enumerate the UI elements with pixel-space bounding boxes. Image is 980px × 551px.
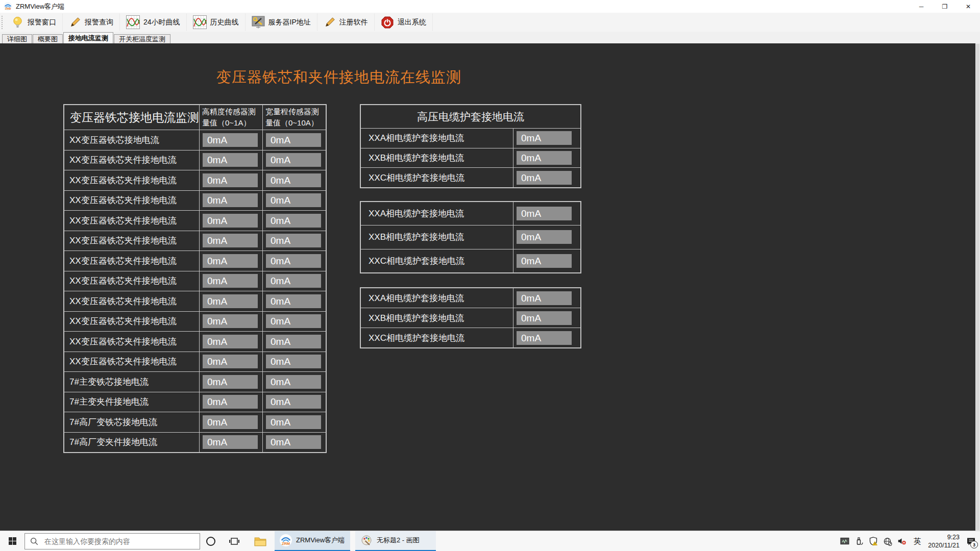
toolbar-gripper[interactable] [2,16,5,29]
scrollbar-thumb[interactable] [976,44,979,530]
tools-icon [252,16,265,29]
restore-button[interactable]: ❐ [933,0,957,13]
window-title: ZRMView客户端 [16,2,64,11]
table-row: XXB相电缆护套接地电流 0mA [361,148,580,168]
row-label: XX变压器铁芯夹件接地电流 [64,332,200,352]
wide-range-value: 0mA [266,234,321,247]
clock-time: 9:23 [928,533,960,541]
high-precision-value: 0mA [203,314,258,328]
table-row: XXB相电缆护套接地电流 0mA [361,308,580,328]
row-label: XXC相电缆护套接地电流 [361,168,513,187]
row-label: XXA相电缆护套接地电流 [361,288,513,308]
curve-chart-icon [193,15,207,29]
table-row: 7#高厂变夹件接地电流 0mA 0mA [64,432,326,453]
power-icon [381,16,394,29]
table-row: 7#高厂变铁芯接地电流 0mA 0mA [64,412,326,432]
wide-range-value: 0mA [266,355,321,368]
file-explorer-button[interactable] [251,531,270,551]
high-precision-value: 0mA [203,274,258,288]
taskbar-app-paint[interactable]: 无标题2 - 画图 [355,531,436,551]
taskbar-clock[interactable]: 9:23 2020/11/21 [928,533,960,550]
server-ip-button[interactable]: 服务器IP地址 [246,14,317,31]
hv-cable-sheath-table-3: XXA相电缆护套接地电流 0mA XXB相电缆护套接地电流 0mA XXC相电缆… [360,287,581,348]
row-label: XXB相电缆护套接地电流 [361,308,513,328]
zrmview-window: ZRM ZRMView客户端 ─ ❐ ✕ 报警窗口 报警查询 [0,0,980,551]
volume-muted-icon[interactable] [897,531,906,551]
minimize-button[interactable]: ─ [910,0,933,13]
svg-text:ZRM: ZRM [5,7,11,10]
system-tray: 英 9:23 2020/11/21 3 [840,531,977,551]
exit-system-button[interactable]: 退出系统 [375,14,433,31]
cortana-icon [205,536,216,547]
table-row: XX变压器铁芯夹件接地电流 0mA 0mA [64,190,326,211]
tab-ground-current-monitor[interactable]: 接地电流监测 [63,32,113,43]
wide-range-value: 0mA [266,375,321,389]
table-row: XX变压器铁芯夹件接地电流 0mA 0mA [64,150,326,170]
app-logo-icon: ZRM [4,2,12,11]
high-precision-value: 0mA [203,395,258,409]
high-precision-value: 0mA [203,133,258,147]
alarm-window-button[interactable]: 报警窗口 [5,14,63,31]
wide-range-value: 0mA [266,173,321,187]
day-curve-button[interactable]: 24小时曲线 [120,14,187,31]
notification-count-badge: 3 [970,541,978,548]
left-table-title: 变压器铁芯接地电流监测 [64,105,200,130]
wide-range-value: 0mA [266,133,321,147]
row-label: XXA相电缆护套接地电流 [361,202,513,225]
row-label: XX变压器铁芯夹件接地电流 [64,191,200,211]
curve-chart-icon [126,15,140,29]
high-precision-value: 0mA [203,435,258,449]
wide-range-value: 0mA [266,415,321,429]
pencil-icon [69,16,81,29]
tab-detail-view[interactable]: 详细图 [2,34,32,43]
action-center-button[interactable]: 3 [965,531,977,551]
table-row: 7#主变夹件接地电流 0mA 0mA [64,392,326,412]
wide-range-value: 0mA [266,294,321,308]
lightbulb-icon [11,16,24,29]
close-button[interactable]: ✕ [957,0,980,13]
wide-range-value: 0mA [266,435,321,449]
high-precision-value: 0mA [203,153,258,167]
wide-range-value: 0mA [266,153,321,167]
right-table-title: 高压电缆护套接地电流 [361,105,580,129]
alarm-query-button[interactable]: 报警查询 [63,14,120,31]
security-shield-icon[interactable] [869,531,878,551]
wide-range-value: 0mA [266,193,321,207]
folder-icon [254,535,267,548]
taskbar-app-zrmview[interactable]: ZRM ZRMView客户端 [275,531,350,551]
hv-cable-sheath-table-2: XXA相电缆护套接地电流 0mA XXB相电缆护套接地电流 0mA XXC相电缆… [360,201,581,273]
row-label: XX变压器铁芯夹件接地电流 [64,231,200,251]
table-row: 7#主变铁芯接地电流 0mA 0mA [64,371,326,392]
task-view-button[interactable] [225,531,243,551]
taskbar-search [24,533,200,549]
row-label: XX变压器铁芯夹件接地电流 [64,170,200,190]
sheath-current-value: 0mA [517,131,572,145]
paint-icon [360,534,373,546]
ime-language-indicator[interactable]: 英 [912,531,923,551]
title-bar: ZRM ZRMView客户端 ─ ❐ ✕ [0,0,980,13]
row-label: 7#主变夹件接地电流 [64,392,200,412]
left-table-col1-header: 高精度传感器测量值（0~1A） [200,105,263,130]
wide-range-value: 0mA [266,274,321,288]
toolbar: 报警窗口 报警查询 24小时曲线 [0,13,980,32]
register-software-button[interactable]: 注册软件 [317,14,375,31]
usb-device-icon[interactable] [854,531,864,551]
cortana-button[interactable] [202,531,220,551]
row-label: XX变压器铁芯夹件接地电流 [64,352,200,372]
tab-cabinet-temperature-monitor[interactable]: 开关柜温度监测 [114,34,170,43]
history-curve-button[interactable]: 历史曲线 [187,14,246,31]
start-button[interactable] [0,531,24,551]
table-row: XX变压器铁芯夹件接地电流 0mA 0mA [64,311,326,332]
view-tabs: 详细图 概要图 接地电流监测 开关柜温度监测 [0,32,980,43]
high-precision-value: 0mA [203,173,258,187]
sheath-current-value: 0mA [517,207,572,220]
resource-monitor-icon[interactable] [840,531,849,551]
vertical-scrollbar[interactable] [975,43,980,531]
network-globe-icon[interactable] [883,531,892,551]
search-input[interactable] [24,533,200,549]
wide-range-value: 0mA [266,314,321,328]
tab-overview[interactable]: 概要图 [33,34,63,43]
row-label: XX变压器铁芯接地电流 [64,130,200,150]
page-title: 变压器铁芯和夹件接地电流在线监测 [216,67,461,88]
table-row: XX变压器铁芯接地电流 0mA 0mA [64,130,326,150]
